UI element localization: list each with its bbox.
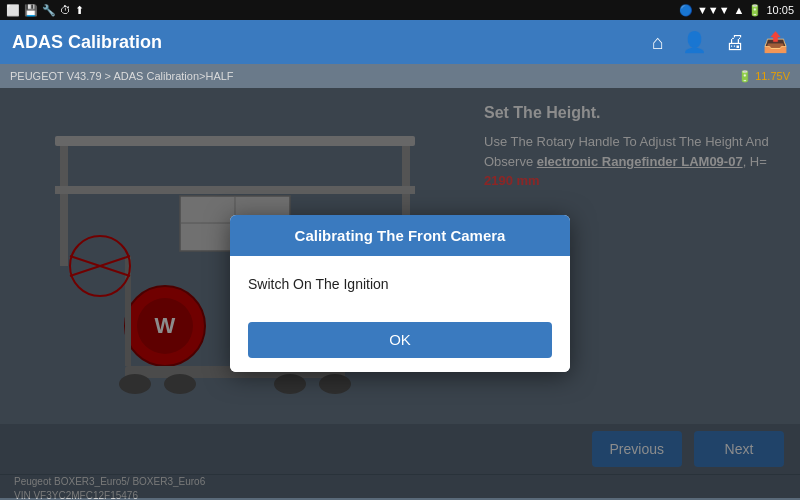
- modal-overlay: Calibrating The Front Camera Switch On T…: [0, 88, 800, 498]
- modal-footer: OK: [230, 312, 570, 372]
- status-icon-3: 🔧: [42, 4, 56, 17]
- clock: 10:05: [766, 4, 794, 16]
- status-bar-right: 🔵 ▼▼▼ ▲ 🔋 10:05: [679, 4, 794, 17]
- export-icon[interactable]: 📤: [763, 30, 788, 54]
- person-icon[interactable]: 👤: [682, 30, 707, 54]
- battery-voltage: 11.75V: [755, 70, 790, 82]
- breadcrumb-text: PEUGEOT V43.79 > ADAS Calibration>HALF: [10, 70, 234, 82]
- modal-message: Switch On The Ignition: [230, 256, 570, 312]
- main-content: W Set The Height. Use The Rotary Handle …: [0, 88, 800, 424]
- app-title: ADAS Calibration: [12, 32, 162, 53]
- status-icon-1: ⬜: [6, 4, 20, 17]
- status-icon-2: 💾: [24, 4, 38, 17]
- battery-icon: 🔋: [748, 4, 762, 17]
- breadcrumb-bar: PEUGEOT V43.79 > ADAS Calibration>HALF 🔋…: [0, 64, 800, 88]
- signal-icon: ▼▼▼: [697, 4, 730, 16]
- bluetooth-icon: 🔵: [679, 4, 693, 17]
- home-icon[interactable]: ⌂: [652, 31, 664, 54]
- header: ADAS Calibration ⌂ 👤 🖨 📤: [0, 20, 800, 64]
- modal-title: Calibrating The Front Camera: [230, 215, 570, 256]
- battery-info: 🔋 11.75V: [738, 70, 790, 83]
- print-icon[interactable]: 🖨: [725, 31, 745, 54]
- modal-dialog: Calibrating The Front Camera Switch On T…: [230, 215, 570, 372]
- status-bar: ⬜ 💾 🔧 ⏱ ⬆ 🔵 ▼▼▼ ▲ 🔋 10:05: [0, 0, 800, 20]
- status-icon-4: ⏱: [60, 4, 71, 16]
- status-bar-left: ⬜ 💾 🔧 ⏱ ⬆: [6, 4, 84, 17]
- battery-icon-small: 🔋: [738, 70, 752, 83]
- status-icon-5: ⬆: [75, 4, 84, 17]
- modal-ok-button[interactable]: OK: [248, 322, 552, 358]
- wifi-icon: ▲: [734, 4, 745, 16]
- header-icons: ⌂ 👤 🖨 📤: [652, 30, 788, 54]
